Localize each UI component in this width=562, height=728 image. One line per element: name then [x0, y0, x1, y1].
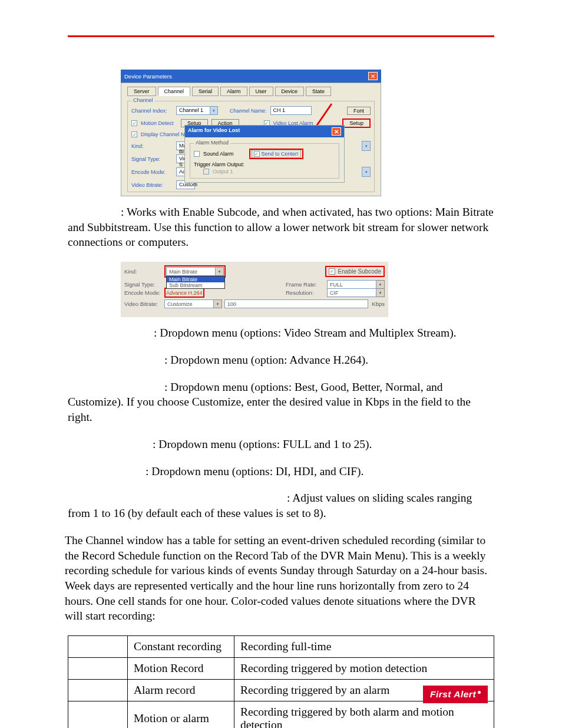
chevron-down-icon: ▼	[216, 267, 224, 276]
enable-subcode-label: Enable Subcode	[338, 268, 381, 275]
logo-dot	[478, 691, 481, 694]
chevron-down-icon[interactable]: ▾	[362, 141, 371, 151]
chevron-down-icon: ▼	[376, 288, 385, 297]
para-video-bitrate: : Dropdown menu (options: Best, Good, Be…	[68, 380, 494, 425]
figure-device-parameters: Device Parameters ✕ Server Channel Seria…	[121, 70, 381, 196]
popup-title: Alarm for Video Lost	[188, 127, 240, 136]
popup-alarm-video-lost: Alarm for Video Lost ✕ Alarm Method ✓ So…	[184, 125, 345, 183]
sound-alarm-label: Sound Alarm	[203, 151, 234, 157]
tab-serial[interactable]: Serial	[192, 87, 219, 96]
tab-device[interactable]: Device	[275, 87, 305, 96]
name-cell: Motion Record	[128, 658, 234, 680]
kind-select[interactable]: Main Bitrate ▼ Main Bitrate Sub Bitstrea…	[166, 267, 224, 276]
para-kind: : Works with Enable Subcode, and when ac…	[68, 205, 494, 250]
name-cell: Alarm record	[128, 680, 234, 701]
popup-group-label: Alarm Method	[194, 140, 230, 146]
recording-table: Constant recording Recording full-time M…	[68, 635, 494, 728]
table-row: Motion or alarm Recording triggered by b…	[68, 701, 494, 728]
kind-label: Kind:	[131, 143, 173, 149]
trigger-alarm-output-label: Trigger Alarm Output:	[194, 162, 244, 167]
send-to-center-label: Send to Center!	[262, 151, 299, 157]
chevron-down-icon: ▾	[210, 106, 218, 115]
motion-detect-label: Motion Detect	[141, 120, 177, 126]
header-rule	[68, 35, 494, 37]
tab-server[interactable]: Server	[127, 87, 156, 96]
kind-label: Kind:	[124, 268, 164, 275]
first-alert-logo: First Alert	[423, 686, 488, 703]
tab-state[interactable]: State	[306, 87, 331, 96]
swatch-cell	[68, 658, 128, 680]
signal-type-label: Signal Type:	[124, 281, 164, 288]
desc-cell: Recording full-time	[234, 636, 494, 658]
video-bitrate-label: Video Bitrate:	[124, 301, 164, 307]
table-row: Constant recording Recording full-time	[68, 636, 494, 658]
video-bitrate-select[interactable]: Customize ▼	[164, 299, 222, 308]
tab-user[interactable]: User	[249, 87, 273, 96]
channel-index-label: Channel Index:	[131, 108, 173, 114]
para-sliders: : Adjust values on sliding scales rangin…	[68, 490, 494, 521]
frame-rate-label: Frame Rate:	[286, 281, 323, 288]
video-bitrate-label: Video Bitrate:	[131, 182, 173, 188]
tab-bar: Server Channel Serial Alarm User Device …	[127, 87, 375, 96]
dialog-titlebar: Device Parameters ✕	[121, 70, 381, 83]
page: Device Parameters ✕ Server Channel Seria…	[0, 0, 562, 728]
encode-mode-highlight: Advance H.264	[164, 288, 204, 298]
figure-kind-dropdown: Kind: Main Bitrate ▼ Main Bitrate Sub Bi…	[121, 262, 388, 317]
sound-alarm-checkbox[interactable]: ✓	[194, 151, 200, 157]
name-cell: Motion or alarm	[128, 701, 234, 728]
close-icon[interactable]: ✕	[332, 127, 341, 136]
kind-option-sub[interactable]: Sub Bitstream	[167, 282, 224, 288]
kbps-input[interactable]: 100	[224, 299, 368, 308]
motion-detect-checkbox[interactable]: ✓	[131, 120, 137, 126]
para-frame-rate: : Dropdown menu (options: FULL and 1 to …	[68, 437, 494, 452]
para-encode-mode: : Dropdown menu (option: Advance H.264).	[68, 353, 494, 368]
dialog-title: Device Parameters	[124, 73, 172, 80]
channel-name-input[interactable]: CH 1	[270, 106, 312, 115]
name-cell: Constant recording	[128, 636, 234, 658]
group-label: Channel	[131, 97, 155, 103]
table-row: Motion Record Recording triggered by mot…	[68, 658, 494, 680]
swatch-cell	[68, 636, 128, 658]
chevron-down-icon: ▼	[214, 299, 222, 308]
font-button[interactable]: Font	[347, 107, 371, 115]
kind-option-main[interactable]: Main Bitrate	[167, 276, 224, 282]
enable-subcode-highlight: ✓ Enable Subcode	[325, 266, 385, 277]
kbps-unit: Kbps	[372, 301, 385, 307]
desc-cell: Recording triggered by both alarm and mo…	[234, 701, 494, 728]
resolution-select[interactable]: CIF ▼	[327, 288, 385, 297]
tab-channel[interactable]: Channel	[158, 87, 191, 96]
para-resolution: : Dropdown menu (options: DI, HDI, and C…	[68, 464, 494, 479]
signal-type-label: Signal Type:	[131, 156, 173, 162]
output1-checkbox[interactable]: ✓	[203, 169, 209, 174]
display-channel-name-checkbox[interactable]: ✓	[131, 131, 137, 137]
chevron-down-icon[interactable]: ▾	[362, 167, 371, 177]
logo-text: First Alert	[430, 689, 476, 700]
tab-alarm[interactable]: Alarm	[220, 87, 247, 96]
kind-dropdown-list: Main Bitrate Sub Bitstream	[166, 276, 225, 289]
swatch-cell	[68, 701, 128, 728]
para-channel-window: The Channel window has a table for setti…	[65, 533, 494, 624]
close-icon[interactable]: ✕	[368, 72, 378, 80]
encode-mode-label: Encode Mode:	[131, 169, 173, 175]
group-alarm-method: Alarm Method ✓ Sound Alarm ✓ Send to Cen…	[190, 143, 339, 179]
desc-cell: Recording triggered by motion detection	[234, 658, 494, 680]
kind-highlight: Main Bitrate ▼ Main Bitrate Sub Bitstrea…	[164, 265, 226, 278]
setup-button-highlight[interactable]: Setup	[342, 118, 371, 128]
resolution-label: Resolution:	[286, 289, 323, 296]
channel-name-label: Channel Name:	[230, 108, 267, 114]
swatch-cell	[68, 680, 128, 701]
enable-subcode-checkbox[interactable]: ✓	[329, 268, 335, 275]
output1-label: Output 1	[213, 169, 233, 174]
send-to-center-highlight: ✓ Send to Center!	[249, 149, 303, 159]
channel-index-select[interactable]: Channel 1 ▾	[176, 106, 218, 115]
send-to-center-checkbox[interactable]: ✓	[254, 151, 260, 157]
encode-mode-label: Encode Mode:	[124, 289, 164, 296]
para-signal-type: : Dropdown menu (options: Video Stream a…	[68, 325, 494, 341]
popup-titlebar: Alarm for Video Lost ✕	[185, 126, 344, 137]
